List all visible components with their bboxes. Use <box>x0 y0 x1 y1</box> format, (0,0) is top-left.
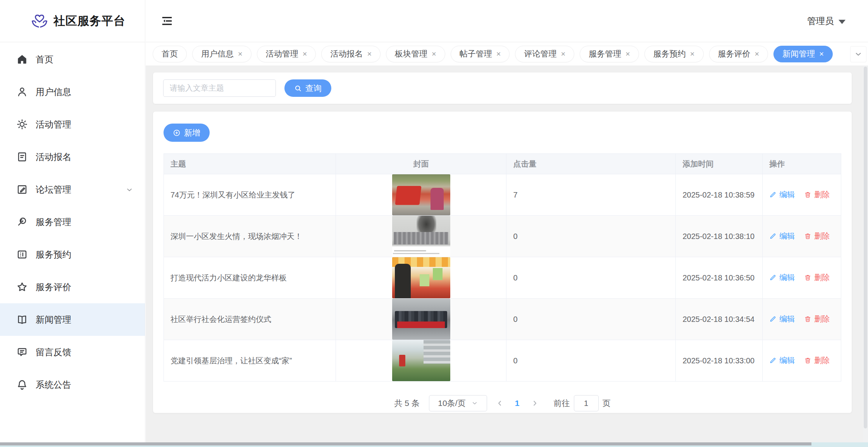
search-input[interactable] <box>163 79 276 97</box>
appointment-icon <box>16 249 28 260</box>
document-icon <box>16 151 28 163</box>
topbar: 管理员 <box>146 0 868 42</box>
article-title: 打造现代活力小区建设的龙华样板 <box>170 273 287 282</box>
added-time: 2025-02-18 10:36:50 <box>682 273 754 282</box>
pencil-icon <box>769 357 777 364</box>
sidebar-item-forum-mgmt[interactable]: 论坛管理 <box>0 173 145 206</box>
sidebar-menu: 首页 用户信息 活动管理 活动报名 论坛管理 服务管理 服务预约 服务评价 新闻… <box>0 42 145 401</box>
sidebar-item-activity-signup[interactable]: 活动报名 <box>0 141 145 173</box>
user-menu[interactable]: 管理员 <box>807 15 846 27</box>
chevron-left-icon <box>496 400 503 407</box>
user-icon <box>16 86 28 98</box>
close-icon[interactable]: × <box>238 50 243 58</box>
tab-service-review[interactable]: 服务评价 × <box>709 46 768 62</box>
sidebar-item-news-mgmt[interactable]: 新闻管理 <box>0 303 145 336</box>
horizontal-scrollbar-thumb[interactable] <box>0 442 811 445</box>
vertical-scrollbar-thumb[interactable] <box>864 67 867 428</box>
search-button[interactable]: 查询 <box>284 79 331 97</box>
edit-button[interactable]: 编辑 <box>769 355 795 366</box>
close-icon[interactable]: × <box>496 50 501 58</box>
delete-button[interactable]: 删除 <box>804 189 830 200</box>
article-title: 深圳一小区发生火情，现场浓烟冲天！ <box>170 232 302 241</box>
sidebar-item-feedback[interactable]: 留言反馈 <box>0 336 145 368</box>
cover-image <box>392 299 450 340</box>
sidebar-item-service-mgmt[interactable]: 服务管理 <box>0 206 145 238</box>
tab-post-mgmt[interactable]: 帖子管理 × <box>451 46 510 62</box>
tab-activity-mgmt[interactable]: 活动管理 × <box>257 46 316 62</box>
sidebar-item-service-review[interactable]: 服务评价 <box>0 271 145 303</box>
pencil-icon <box>769 191 777 198</box>
collapse-sidebar-icon[interactable] <box>161 15 173 27</box>
total-count: 共 5 条 <box>394 398 419 409</box>
tab-service-booking[interactable]: 服务预约 × <box>644 46 704 62</box>
close-icon[interactable]: × <box>625 50 630 58</box>
edit-button[interactable]: 编辑 <box>769 231 795 241</box>
delete-button[interactable]: 删除 <box>804 314 830 324</box>
vertical-scrollbar[interactable] <box>863 65 868 442</box>
heart-hands-logo-icon <box>29 11 50 31</box>
tab-news-mgmt[interactable]: 新闻管理 × <box>773 46 833 62</box>
sidebar: 社区服务平台 首页 用户信息 活动管理 活动报名 论坛管理 服务管理 服务预约 … <box>0 0 145 442</box>
open-book-icon <box>16 314 28 325</box>
add-button[interactable]: 新增 <box>164 124 210 142</box>
table-row: 社区举行社会化运营签约仪式 0 2025-02-18 10:34:54 编辑 删… <box>164 299 841 340</box>
edit-square-icon <box>16 184 28 195</box>
news-table: 主题 封面 点击量 添加时间 操作 74万元！深圳又有小区给业主发钱了 7 20… <box>164 153 841 382</box>
tab-overflow-button[interactable] <box>850 46 866 62</box>
app-title: 社区服务平台 <box>53 13 126 29</box>
trash-icon <box>804 357 811 364</box>
delete-button[interactable]: 删除 <box>804 231 830 241</box>
horizontal-scrollbar[interactable] <box>0 442 868 447</box>
col-header-title: 主题 <box>164 154 336 174</box>
clicks-value: 0 <box>513 315 517 323</box>
tab-activity-signup[interactable]: 活动报名 × <box>321 46 381 62</box>
close-icon[interactable]: × <box>819 50 824 58</box>
trash-icon <box>804 274 811 281</box>
sidebar-item-announcements[interactable]: 系统公告 <box>0 368 145 401</box>
page-size-select[interactable]: 10条/页 <box>429 395 487 411</box>
edit-button[interactable]: 编辑 <box>769 189 795 200</box>
clicks-value: 0 <box>513 232 517 241</box>
delete-button[interactable]: 删除 <box>804 272 830 283</box>
pencil-icon <box>769 274 777 281</box>
article-title: 社区举行社会化运营签约仪式 <box>170 315 271 323</box>
current-page[interactable]: 1 <box>513 399 522 408</box>
next-page-button[interactable] <box>528 397 541 410</box>
tab-board-mgmt[interactable]: 板块管理 × <box>386 46 445 62</box>
tab-service-mgmt[interactable]: 服务管理 × <box>580 46 639 62</box>
close-icon[interactable]: × <box>432 50 436 58</box>
goto-page: 前往 页 <box>554 395 611 411</box>
tab-user-info[interactable]: 用户信息 × <box>192 46 251 62</box>
close-icon[interactable]: × <box>690 50 695 58</box>
col-header-clicks: 点击量 <box>506 154 676 174</box>
tab-home[interactable]: 首页 <box>153 46 187 62</box>
magnifier-icon <box>16 216 28 228</box>
delete-button[interactable]: 删除 <box>804 355 830 366</box>
col-header-cover: 封面 <box>336 154 506 174</box>
edit-button[interactable]: 编辑 <box>769 272 795 283</box>
clicks-value: 0 <box>513 273 517 282</box>
sidebar-item-service-booking[interactable]: 服务预约 <box>0 238 145 271</box>
article-title: 74万元！深圳又有小区给业主发钱了 <box>170 191 295 199</box>
sidebar-item-activity-mgmt[interactable]: 活动管理 <box>0 108 145 141</box>
added-time: 2025-02-18 10:33:00 <box>682 356 754 365</box>
chevron-down-icon <box>472 400 478 406</box>
close-icon[interactable]: × <box>561 50 565 58</box>
search-panel: 查询 <box>153 72 852 104</box>
goto-page-input[interactable] <box>574 395 599 411</box>
close-icon[interactable]: × <box>755 50 760 58</box>
edit-button[interactable]: 编辑 <box>769 314 795 324</box>
sidebar-item-user-info[interactable]: 用户信息 <box>0 76 145 108</box>
table-header-row: 主题 封面 点击量 添加时间 操作 <box>164 154 841 174</box>
sidebar-item-home[interactable]: 首页 <box>0 43 145 76</box>
bell-icon <box>16 379 28 390</box>
pencil-icon <box>769 315 777 323</box>
tab-comment-mgmt[interactable]: 评论管理 × <box>515 46 574 62</box>
home-icon <box>16 53 28 65</box>
table-row: 74万元！深圳又有小区给业主发钱了 7 2025-02-18 10:38:59 … <box>164 174 841 216</box>
prev-page-button[interactable] <box>493 397 506 410</box>
close-icon[interactable]: × <box>303 50 307 58</box>
sun-icon <box>16 119 28 130</box>
chevron-down-icon <box>126 186 133 193</box>
close-icon[interactable]: × <box>367 50 372 58</box>
